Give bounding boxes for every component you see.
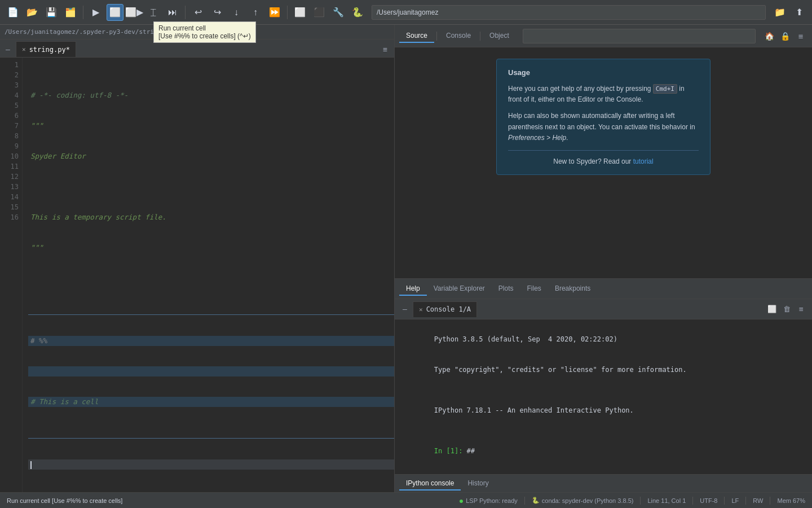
step-button[interactable]: ⏩ (266, 4, 283, 21)
right-panel: Source Console Object 🏠 🔒 ≡ Usage Here y… (395, 25, 812, 492)
console-bottom-tabs: IPython console History (395, 474, 812, 492)
console-menu-btn[interactable]: ≡ (795, 303, 807, 316)
up-dir-button[interactable]: ⬆ (791, 4, 807, 21)
code-line-9 (28, 366, 394, 376)
editor-tabs-bar: — ✕ string.py* ≡ (0, 40, 394, 58)
code-line-11 (28, 459, 394, 470)
stop-button[interactable]: ⬜ (292, 4, 308, 21)
minimize-console-button[interactable]: — (399, 304, 411, 315)
usage-box: Usage Here you can get help of any objec… (496, 59, 710, 175)
bottom-tab-files[interactable]: Files (520, 282, 548, 296)
save-all-button[interactable]: 🗂️ (62, 4, 79, 21)
help-tab-sep-2 (480, 32, 480, 41)
tab-source[interactable]: Source (399, 29, 434, 43)
code-content[interactable]: # -*- coding: utf-8 -*- """ Spyder Edito… (23, 58, 394, 492)
status-run-message: Run current cell [Use #%% to create cell… (7, 497, 122, 504)
status-sep-2 (640, 497, 641, 505)
help-header: Source Console Object 🏠 🔒 ≡ (395, 25, 812, 47)
console-tab-1[interactable]: ✕ Console 1/A (413, 301, 477, 317)
bottom-tab-plots[interactable]: Plots (492, 282, 520, 296)
cell-divider-2 (28, 438, 394, 439)
code-line-5: This is a temporary script file. (28, 212, 394, 222)
console-output[interactable]: Python 3.8.5 (default, Sep 4 2020, 02:22… (395, 319, 812, 474)
path-input[interactable] (372, 5, 766, 20)
open-file-button[interactable]: 📂 (24, 4, 41, 21)
help-search-input[interactable] (523, 29, 756, 43)
run-cell-advance-button[interactable]: ⬜▶ (126, 4, 143, 21)
python-button[interactable]: 🐍 (349, 4, 366, 21)
new-file-button[interactable]: 📄 (5, 4, 21, 21)
line-numbers: 1 2 3 4 5 6 7 8 9 10 11 12 13 14 15 16 (0, 58, 23, 492)
main-layout: /Users/juanitagomez/.spyder-py3-dev/stri… (0, 25, 812, 492)
console-output-line2: Type "copyright", "credits" or "license"… (434, 366, 687, 374)
help-header-actions: 🏠 🔒 ≡ (762, 29, 807, 43)
toolbar: 📄 📂 💾 🗂️ ▶ ⬜ ⬜▶ ⌶ ⏭ ↩ ↪ ↓ ↑ ⏩ ⬜ ⬛ 🔧 🐍 📁 … (0, 0, 812, 25)
editor-panel: /Users/juanitagomez/.spyder-py3-dev/stri… (0, 25, 395, 492)
usage-footer-text: New to Spyder? Read our (553, 157, 633, 165)
tab-object[interactable]: Object (483, 29, 516, 43)
navigate-down-button[interactable]: ↓ (228, 4, 245, 21)
conda-icon: 🐍 (532, 497, 540, 504)
minimize-editor-button[interactable]: — (2, 43, 14, 55)
console-header: — ✕ Console 1/A ⬜ 🗑 ≡ (395, 299, 812, 319)
editor-tab-menu-button[interactable]: ≡ (378, 43, 392, 56)
status-eol: LF (731, 497, 739, 504)
bottom-tab-variable-explorer[interactable]: Variable Explorer (427, 282, 492, 296)
code-line-4 (28, 182, 394, 192)
help-home-icon[interactable]: 🏠 (762, 29, 776, 43)
console-output-line4: IPython 7.18.1 -- An enhanced Interactiv… (434, 406, 634, 414)
tutorial-link[interactable]: tutorial (633, 157, 654, 165)
bottom-tab-breakpoints[interactable]: Breakpoints (548, 282, 597, 296)
save-file-button[interactable]: 💾 (43, 4, 60, 21)
cursor-button[interactable]: ⌶ (145, 4, 162, 21)
status-bar: Run current cell [Use #%% to create cell… (0, 492, 812, 508)
toolbar-separator-3 (287, 6, 288, 19)
help-menu-icon[interactable]: ≡ (794, 29, 807, 43)
code-line-7 (28, 273, 394, 283)
status-sep-1 (524, 497, 525, 505)
breadcrumb: /Users/juanitagomez/.spyder-py3-dev/stri… (0, 25, 394, 40)
tab-close-icon[interactable]: ✕ (22, 46, 26, 53)
console-stop-btn[interactable]: ⬜ (766, 303, 778, 316)
console-tab-close-icon[interactable]: ✕ (419, 306, 423, 313)
console-tab-history[interactable]: History (461, 477, 495, 491)
status-sep-6 (770, 497, 770, 505)
usage-divider (508, 150, 699, 151)
console-header-actions: ⬜ 🗑 ≡ (766, 303, 807, 316)
console-panel: — ✕ Console 1/A ⬜ 🗑 ≡ Python 3.8.5 (defa… (395, 299, 812, 474)
conda-label: conda: spyder-dev (Python 3.8.5) (542, 497, 634, 504)
redo-button[interactable]: ↪ (209, 4, 226, 21)
editor-tab-label: string.py* (29, 46, 70, 54)
bottom-tab-help[interactable]: Help (399, 282, 427, 296)
code-line-8: # %% (28, 336, 394, 346)
browse-button[interactable]: 📁 (771, 4, 788, 21)
usage-title: Usage (508, 68, 699, 77)
help-lock-icon[interactable]: 🔒 (778, 29, 792, 43)
navigate-up-button[interactable]: ↑ (247, 4, 264, 21)
undo-button[interactable]: ↩ (189, 4, 206, 21)
console-prompt: In [1]: (434, 447, 467, 455)
lsp-label: LSP Python: ready (466, 497, 518, 504)
console-tab-ipython[interactable]: IPython console (399, 477, 461, 491)
run-selection-button[interactable]: ⏭ (164, 4, 181, 21)
console-trash-btn[interactable]: 🗑 (780, 303, 793, 316)
status-encoding: UTF-8 (700, 497, 717, 504)
console-tab-label: Console 1/A (426, 305, 471, 313)
cmd-i-shortcut: Cmd+I (653, 84, 677, 94)
wrench-button[interactable]: 🔧 (330, 4, 347, 21)
maximize-button[interactable]: ⬛ (311, 4, 328, 21)
help-tab-sep-1 (436, 32, 437, 41)
code-line-10: # This is a cell (28, 397, 394, 407)
cell-divider-1 (28, 314, 394, 315)
code-line-12 (28, 490, 394, 492)
tab-console[interactable]: Console (439, 29, 478, 43)
run-button[interactable]: ▶ (87, 4, 104, 21)
status-lsp: ● LSP Python: ready (459, 496, 518, 505)
status-sep-4 (724, 497, 725, 505)
bottom-panel-tabs: Help Variable Explorer Plots Files Break… (395, 279, 812, 299)
run-cell-button[interactable]: ⬜ (107, 4, 123, 21)
editor-tab-string-py[interactable]: ✕ string.py* (16, 41, 76, 57)
status-conda: 🐍 conda: spyder-dev (Python 3.8.5) (532, 497, 634, 504)
code-editor[interactable]: 1 2 3 4 5 6 7 8 9 10 11 12 13 14 15 16 #… (0, 58, 394, 492)
code-line-2: """ (28, 121, 394, 131)
